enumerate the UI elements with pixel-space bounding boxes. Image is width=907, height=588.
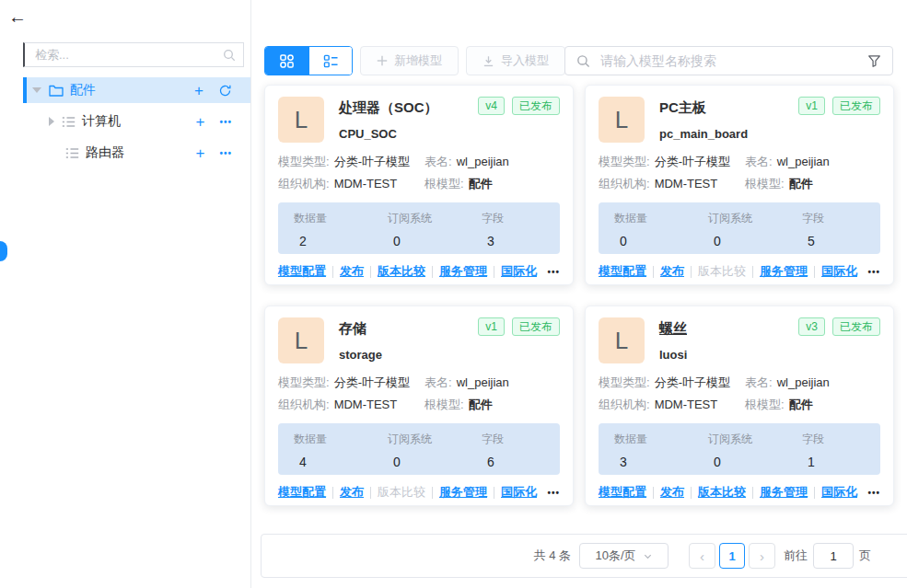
add-model-button[interactable]: 新增模型 bbox=[360, 46, 459, 75]
tree-item-label[interactable]: 路由器 bbox=[86, 144, 124, 161]
list-view-icon bbox=[323, 54, 339, 68]
action-publish[interactable]: 发布 bbox=[340, 484, 364, 501]
goto-page-input[interactable] bbox=[813, 543, 854, 569]
action-i18n[interactable]: 国际化 bbox=[821, 263, 857, 280]
field-label: 表名: bbox=[424, 375, 452, 390]
model-fields: 模型类型:分类-叶子模型 表名:wl_peijian 组织机构:MDM-TEST… bbox=[599, 375, 880, 412]
sidebar-search-input[interactable] bbox=[33, 47, 223, 63]
field-value: 配件 bbox=[789, 397, 813, 412]
main-area: 新增模型 导入模型 bbox=[251, 0, 907, 588]
field-value: 配件 bbox=[469, 397, 493, 412]
page-number-button[interactable]: 1 bbox=[719, 543, 745, 569]
import-model-button[interactable]: 导入模型 bbox=[466, 46, 565, 75]
model-title[interactable]: PC主板 bbox=[659, 99, 798, 117]
action-publish[interactable]: 发布 bbox=[660, 484, 684, 501]
stat-label: 字段 bbox=[482, 432, 560, 447]
stat-value: 5 bbox=[802, 234, 880, 248]
tree-add-icon[interactable]: + bbox=[194, 83, 203, 98]
model-code: luosi bbox=[659, 348, 798, 362]
action-version-compare[interactable]: 版本比较 bbox=[378, 263, 425, 280]
chevron-right-icon: › bbox=[760, 548, 764, 564]
model-search-input[interactable] bbox=[599, 52, 859, 69]
tree-add-icon[interactable]: + bbox=[196, 145, 205, 161]
card-actions: 模型配置 发布 版本比较 服务管理 国际化 ••• bbox=[599, 263, 880, 280]
more-icon[interactable]: ••• bbox=[867, 267, 880, 277]
stat-label: 订阅系统 bbox=[388, 432, 466, 447]
model-title[interactable]: 存储 bbox=[339, 320, 478, 338]
action-model-config[interactable]: 模型配置 bbox=[599, 263, 646, 280]
pagination-bar: 共 4 条 10条/页 ‹ 1 › 前往 页 bbox=[261, 534, 907, 578]
page-unit-label: 页 bbox=[859, 548, 871, 564]
model-code: storage bbox=[339, 348, 478, 362]
tree-more-icon[interactable]: ••• bbox=[219, 148, 232, 158]
tree-item-luyouqi[interactable]: 路由器 + ••• bbox=[23, 140, 250, 166]
status-badge: 已发布 bbox=[832, 97, 880, 115]
sidebar: ← 配件 + bbox=[0, 0, 251, 588]
tree-more-icon[interactable]: ••• bbox=[219, 117, 232, 127]
action-publish[interactable]: 发布 bbox=[340, 263, 364, 280]
stat-label: 数据量 bbox=[294, 211, 372, 226]
stat-value: 0 bbox=[388, 455, 466, 469]
action-i18n[interactable]: 国际化 bbox=[821, 484, 857, 501]
plus-icon bbox=[377, 55, 388, 66]
field-label: 组织机构: bbox=[599, 176, 650, 191]
stats-panel: 数据量2 订阅系统0 字段3 bbox=[278, 202, 560, 254]
action-model-config[interactable]: 模型配置 bbox=[278, 484, 326, 501]
field-value: wl_peijian bbox=[777, 375, 830, 390]
tree-item-peijian[interactable]: 配件 + bbox=[23, 77, 250, 103]
action-version-compare: 版本比较 bbox=[378, 484, 425, 501]
download-icon bbox=[483, 55, 494, 67]
stat-value: 0 bbox=[614, 234, 692, 248]
next-page-button[interactable]: › bbox=[749, 543, 775, 569]
action-version-compare[interactable]: 版本比较 bbox=[698, 484, 746, 501]
list-view-button[interactable] bbox=[308, 47, 352, 75]
tree-add-icon[interactable]: + bbox=[196, 114, 205, 130]
more-icon[interactable]: ••• bbox=[547, 488, 560, 498]
caret-down-icon[interactable] bbox=[32, 87, 41, 93]
field-label: 模型类型: bbox=[599, 375, 650, 390]
stat-label: 数据量 bbox=[294, 432, 372, 447]
prev-page-button[interactable]: ‹ bbox=[689, 543, 715, 569]
field-value: 分类-叶子模型 bbox=[655, 154, 730, 169]
action-service-manage[interactable]: 服务管理 bbox=[760, 484, 808, 501]
more-icon[interactable]: ••• bbox=[547, 267, 560, 277]
action-service-manage[interactable]: 服务管理 bbox=[439, 484, 487, 501]
field-label: 模型类型: bbox=[599, 154, 650, 169]
more-icon[interactable]: ••• bbox=[867, 488, 880, 498]
filter-funnel-icon[interactable] bbox=[867, 54, 881, 68]
tree-item-label[interactable]: 配件 bbox=[70, 82, 96, 98]
action-service-manage[interactable]: 服务管理 bbox=[439, 263, 487, 280]
action-i18n[interactable]: 国际化 bbox=[501, 484, 537, 501]
model-title[interactable]: 处理器（SOC） bbox=[339, 99, 478, 117]
action-publish[interactable]: 发布 bbox=[660, 263, 684, 280]
back-arrow-icon[interactable]: ← bbox=[8, 7, 27, 26]
avatar: L bbox=[278, 317, 324, 363]
chevron-left-icon: ‹ bbox=[700, 548, 704, 564]
action-model-config[interactable]: 模型配置 bbox=[599, 484, 646, 501]
stat-value: 2 bbox=[294, 234, 372, 248]
page-size-select[interactable]: 10条/页 bbox=[579, 543, 669, 569]
field-label: 组织机构: bbox=[278, 176, 330, 191]
caret-right-icon[interactable] bbox=[49, 117, 54, 126]
avatar: L bbox=[278, 97, 324, 143]
stat-label: 数据量 bbox=[614, 211, 692, 226]
action-model-config[interactable]: 模型配置 bbox=[278, 263, 326, 280]
model-title[interactable]: 螺丝 bbox=[659, 320, 798, 338]
action-i18n[interactable]: 国际化 bbox=[501, 263, 537, 280]
model-code: CPU_SOC bbox=[339, 127, 478, 141]
status-badge: 已发布 bbox=[512, 97, 560, 115]
import-model-label: 导入模型 bbox=[501, 52, 549, 69]
tree-item-label[interactable]: 计算机 bbox=[82, 113, 121, 130]
card-view-button[interactable] bbox=[265, 47, 308, 75]
list-icon bbox=[62, 116, 76, 128]
field-label: 模型类型: bbox=[278, 375, 330, 390]
tree-item-jisuanji[interactable]: 计算机 + ••• bbox=[23, 109, 250, 134]
field-value: MDM-TEST bbox=[334, 176, 398, 191]
action-service-manage[interactable]: 服务管理 bbox=[760, 263, 808, 280]
sidebar-search-box bbox=[23, 42, 244, 67]
field-value: wl_peijian bbox=[457, 375, 509, 390]
search-icon bbox=[223, 49, 236, 62]
field-value: 分类-叶子模型 bbox=[334, 154, 410, 169]
status-badge: 已发布 bbox=[512, 317, 560, 336]
tree-refresh-icon[interactable] bbox=[218, 84, 232, 98]
